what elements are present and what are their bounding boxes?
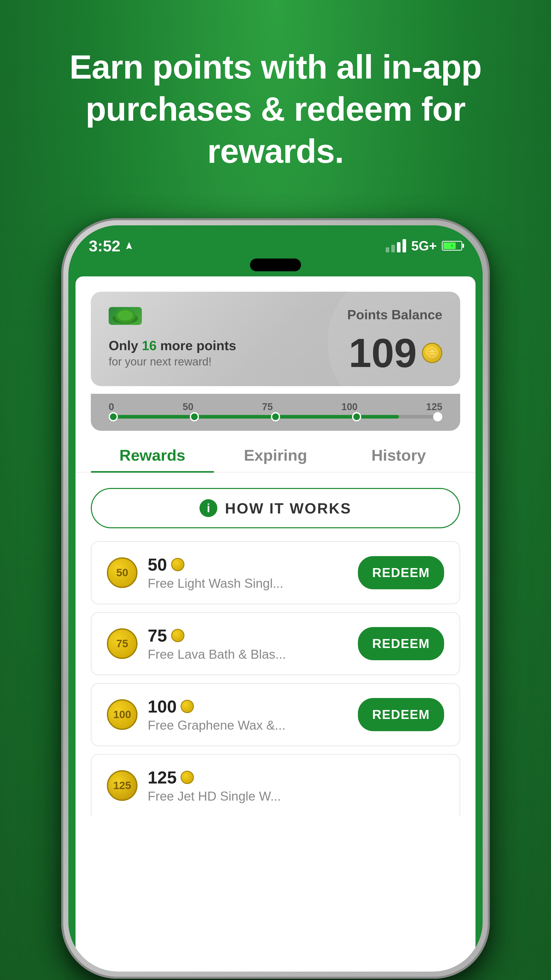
milestone-100: 100: [341, 401, 357, 412]
progress-track: [109, 415, 442, 418]
reward-coin-50: 50: [107, 557, 138, 588]
redeem-button-100[interactable]: REDEEM: [358, 698, 444, 731]
battery-icon: [442, 241, 462, 251]
reward-desc-125: Free Jet HD Single W...: [148, 789, 444, 803]
reward-points-125: 125: [148, 767, 444, 788]
phone-inner: 3:52 5G+: [68, 225, 483, 972]
reward-info-100: 100 Free Graphene Wax &...: [148, 697, 348, 733]
phone-shell: 3:52 5G+: [61, 218, 490, 979]
points-number: 109: [349, 332, 417, 373]
reward-item-125: 125 125 Free Jet HD Single W...: [91, 754, 460, 816]
dot-75: [271, 412, 280, 422]
reward-info-125: 125 Free Jet HD Single W...: [148, 767, 444, 803]
signal-bar-3: [397, 242, 400, 252]
signal-bar-4: [403, 239, 406, 252]
reward-item-75: 75 75 Free Lava Bath & Blas... REDEEM: [91, 612, 460, 675]
how-it-works-label: HOW IT WORKS: [225, 500, 351, 517]
small-coin-125: [181, 771, 194, 784]
reward-points-50: 50: [148, 555, 348, 574]
reward-info-75: 75 Free Lava Bath & Blas...: [148, 625, 348, 662]
points-value: 109 🪙: [349, 332, 442, 373]
status-icons: 5G+: [386, 238, 462, 253]
milestone-125: 125: [426, 401, 442, 412]
points-message-main: Only 16 more points: [109, 338, 349, 353]
reward-points-100: 100: [148, 697, 348, 716]
highlight-points: 16: [142, 338, 157, 353]
signal-bar-2: [391, 245, 395, 252]
reward-desc-75: Free Lava Bath & Blas...: [148, 647, 348, 662]
reward-item-100: 100 100 Free Graphene Wax &... REDEEM: [91, 683, 460, 746]
reward-item-50: 50 50 Free Light Wash Singl... REDEEM: [91, 541, 460, 605]
reward-coin-75: 75: [107, 628, 138, 659]
redeem-button-50[interactable]: REDEEM: [358, 556, 444, 589]
small-coin-75: [171, 629, 184, 642]
redeem-button-75[interactable]: REDEEM: [358, 627, 444, 660]
reward-points-75: 75: [148, 625, 348, 646]
progress-labels: 0 50 75 100 125: [109, 401, 442, 412]
reward-desc-50: Free Light Wash Singl...: [148, 576, 348, 591]
progress-dots: [109, 412, 442, 422]
small-coin-50: [171, 558, 184, 571]
reward-info-50: 50 Free Light Wash Singl...: [148, 555, 348, 591]
progress-section: 0 50 75 100 125: [91, 394, 460, 431]
small-coin-100: [181, 700, 194, 713]
info-icon: i: [200, 499, 218, 517]
battery-bolt-icon: [449, 243, 454, 248]
milestone-75: 75: [262, 401, 273, 412]
points-message: Only 16 more points for your next reward…: [109, 338, 349, 368]
app-screen: Points Balance Only 16 more points for y…: [76, 277, 475, 972]
network-label: 5G+: [411, 238, 437, 253]
brand-logo-svg: [111, 308, 139, 324]
points-sub-message: for your next reward!: [109, 355, 349, 368]
reward-list: 50 50 Free Light Wash Singl... REDEEM: [76, 541, 475, 816]
phone-mockup: 3:52 5G+: [61, 218, 490, 979]
dynamic-island: [250, 259, 301, 271]
points-card: Points Balance Only 16 more points for y…: [91, 292, 460, 386]
reward-coin-125: 125: [107, 770, 138, 801]
signal-bar-1: [386, 247, 389, 252]
dot-100: [352, 412, 361, 422]
tab-expiring[interactable]: Expiring: [214, 446, 337, 472]
page-heading: Earn points with all in-app purchases & …: [0, 46, 551, 172]
dot-125: [433, 412, 442, 422]
tab-rewards[interactable]: Rewards: [91, 446, 214, 472]
svg-point-2: [118, 310, 133, 321]
milestone-0: 0: [109, 401, 114, 412]
brand-logo: [109, 307, 142, 325]
dot-0: [109, 412, 118, 422]
status-bar: 3:52 5G+: [68, 225, 483, 259]
milestone-50: 50: [183, 401, 193, 412]
large-coin-icon: 🪙: [422, 343, 442, 363]
status-time: 3:52: [89, 237, 134, 255]
tabs: Rewards Expiring History: [76, 446, 475, 473]
dot-50: [190, 412, 199, 422]
location-icon: [124, 241, 134, 250]
reward-desc-100: Free Graphene Wax &...: [148, 718, 348, 733]
card-top: Points Balance: [109, 307, 442, 325]
signal-bars: [386, 239, 406, 252]
how-it-works-button[interactable]: i HOW IT WORKS: [91, 488, 460, 528]
card-middle: Only 16 more points for your next reward…: [109, 332, 442, 373]
balance-label: Points Balance: [347, 307, 442, 322]
tab-history[interactable]: History: [337, 446, 460, 472]
reward-coin-100: 100: [107, 699, 138, 730]
